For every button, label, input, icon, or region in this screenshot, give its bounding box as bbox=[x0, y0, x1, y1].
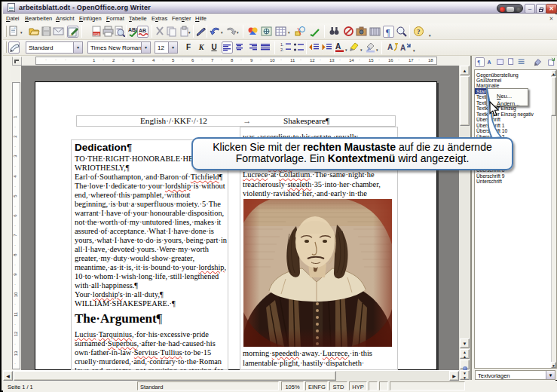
svg-text:¶: ¶ bbox=[386, 27, 390, 38]
svg-text:A: A bbox=[488, 60, 491, 65]
svg-text:A: A bbox=[387, 43, 393, 51]
svg-text:A: A bbox=[400, 44, 406, 52]
svg-text:1.: 1. bbox=[280, 42, 284, 47]
svg-text:¶: ¶ bbox=[478, 60, 481, 66]
svg-text:2.: 2. bbox=[280, 47, 284, 52]
svg-text:A: A bbox=[335, 42, 341, 51]
svg-text:AB: AB bbox=[139, 28, 146, 33]
svg-text:PDF: PDF bbox=[93, 32, 100, 36]
svg-text:?: ? bbox=[417, 28, 421, 35]
